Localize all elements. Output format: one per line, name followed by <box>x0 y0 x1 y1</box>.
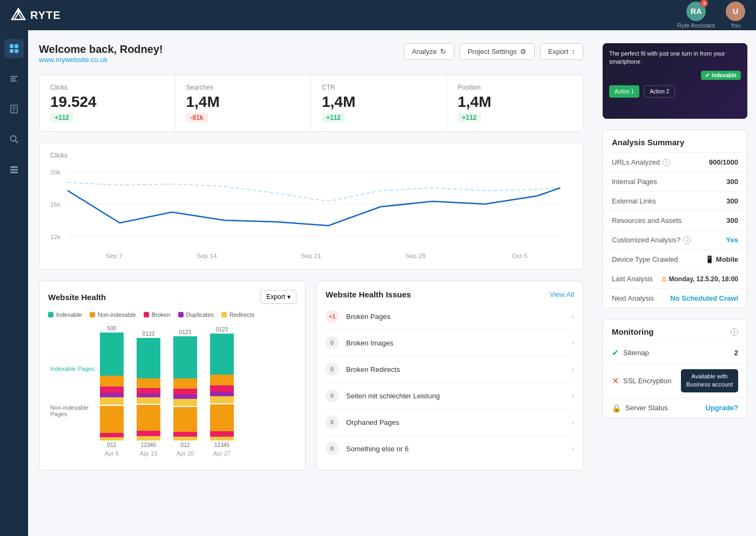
issue-name-orphaned-pages: Orphaned Pages <box>346 418 571 426</box>
monitoring-val-server[interactable]: Upgrade? <box>705 404 738 412</box>
issues-list: +1 Broken Pages › 0 Broken Images › 0 Br… <box>326 303 574 462</box>
sidebar-item-reports[interactable] <box>4 69 24 89</box>
analyze-icon: ↻ <box>440 48 446 56</box>
legend-label-redirects: Redirects <box>230 311 254 318</box>
user-button[interactable]: U You <box>726 2 745 29</box>
promo-overlay: The perfect fit with just one turn in fr… <box>603 43 747 119</box>
legend-label-indexable: Indexable <box>56 311 82 318</box>
chevron-right-icon-2: › <box>571 338 574 347</box>
stat-clicks: Clicks 19.524 +112 <box>39 75 176 131</box>
info-icon-customized[interactable]: i <box>683 236 691 244</box>
sidebar-item-settings[interactable] <box>4 160 24 179</box>
analysis-summary-panel: Analysis Summary URLs Analyzed i 900/100… <box>603 130 747 308</box>
logo-text: RYTE <box>30 9 61 22</box>
analyze-button[interactable]: Analyze ↻ <box>404 43 454 60</box>
analysis-val-external: 300 <box>726 197 738 205</box>
analysis-row-resources: Resources and Assets 300 <box>603 211 747 230</box>
chart-legend: Indexable Non-indexable Broken Duplicate… <box>48 311 296 318</box>
nav-right: RA 3 Ryte Assistant U You <box>677 2 745 29</box>
website-link[interactable]: www.mywebsite.co.uk <box>39 56 107 64</box>
sidebar-item-dashboard[interactable] <box>4 39 24 58</box>
legend-dot-indexable <box>48 312 53 317</box>
monitoring-row-server: 🔒 Server Status Upgrade? <box>603 398 747 418</box>
content-title: Welcome back, Rodney! www.mywebsite.co.u… <box>39 43 163 64</box>
legend-redirects: Redirects <box>221 311 254 318</box>
non-indexable-pages-label: Non-indexablePages <box>50 404 94 417</box>
stat-clicks-delta: +112 <box>50 113 73 123</box>
badge-label: indexable <box>712 72 737 78</box>
view-all-link[interactable]: View All <box>550 290 574 298</box>
website-health-export-button[interactable]: Export ▾ <box>260 290 296 304</box>
svg-text:Sep 21: Sep 21 <box>301 253 321 259</box>
svg-rect-3 <box>15 44 18 48</box>
stat-searches: Searches 1,4M -81k <box>176 75 312 131</box>
stat-position-value: 1,4M <box>458 93 572 111</box>
analysis-row-last: Last Analysis ⚠ Monday, 12.5.20, 18:00 <box>603 269 747 288</box>
welcome-heading: Welcome back, Rodney! <box>39 43 163 56</box>
issue-name-other: Something else nr 6 <box>346 445 571 453</box>
info-icon-urls[interactable]: i <box>663 159 670 166</box>
monitoring-row-ssl: ✕ SSL Encryption Available withBusiness … <box>603 363 747 398</box>
issue-badge-broken-redirects: 0 <box>326 363 339 376</box>
svg-text:12k: 12k <box>50 234 60 240</box>
website-health-header: Website Health Export ▾ <box>48 290 296 304</box>
svg-text:Sep 7: Sep 7 <box>106 253 123 259</box>
promo-btn-2[interactable]: Action 2 <box>644 85 675 98</box>
analysis-row-urls: URLs Analyzed i 900/1000 <box>603 152 747 172</box>
issue-badge-broken-pages: +1 <box>326 310 339 323</box>
indexable-badge: ✔ indexable <box>701 71 741 80</box>
issue-slow-pages[interactable]: 0 Seiten mit schlechter Leistung › <box>326 383 574 409</box>
export-button[interactable]: Export ↑ <box>540 43 583 60</box>
stat-position: Position 1,4M +112 <box>447 75 583 131</box>
promo-btn-1[interactable]: Action 1 <box>609 85 639 98</box>
analysis-val-internal: 300 <box>726 178 738 186</box>
monitoring-key-server: 🔒 Server Status <box>612 404 668 412</box>
legend-label-broken: Broken <box>152 311 171 318</box>
issue-name-broken-images: Broken Images <box>346 339 571 347</box>
svg-rect-4 <box>10 49 14 53</box>
health-issues-header: Website Health Issues View All <box>326 290 574 299</box>
promo-text: The perfect fit with just one turn in fr… <box>609 50 741 66</box>
issue-other[interactable]: 0 Something else nr 6 › <box>326 436 574 462</box>
issue-badge-orphaned-pages: 0 <box>326 416 339 429</box>
issue-broken-images[interactable]: 0 Broken Images › <box>326 330 574 356</box>
legend-dot-duplicates <box>178 312 184 317</box>
svg-rect-6 <box>10 76 18 77</box>
issue-broken-pages[interactable]: +1 Broken Pages › <box>326 303 574 330</box>
user-label: You <box>731 22 741 29</box>
svg-line-14 <box>16 141 18 144</box>
sidebar-item-search[interactable] <box>4 130 24 149</box>
stat-ctr-label: CTR <box>322 84 436 91</box>
stats-row: Clicks 19.524 +112 Searches 1,4M -81k CT… <box>39 74 583 132</box>
analysis-row-internal: Internal Pages 300 <box>603 172 747 191</box>
clicks-chart: Clicks 20k 16k 12k Sep 7 <box>39 143 583 270</box>
info-icon-monitoring[interactable]: i <box>731 328 738 336</box>
svg-marker-0 <box>12 9 25 19</box>
issue-name-broken-pages: Broken Pages <box>346 313 571 321</box>
legend-dot-non-indexable <box>90 312 95 317</box>
issue-badge-broken-images: 0 <box>326 336 339 349</box>
website-health-panel: Website Health Export ▾ Indexable Non-in… <box>39 281 306 471</box>
svg-text:Sep 14: Sep 14 <box>197 253 217 259</box>
monitoring-title: Monitoring i <box>603 320 747 342</box>
indexable-pages-label: Indexable Pages <box>50 365 94 372</box>
issue-broken-redirects[interactable]: 0 Broken Redirects › <box>326 356 574 383</box>
issue-orphaned-pages[interactable]: 0 Orphaned Pages › <box>326 409 574 436</box>
top-nav: RYTE RA 3 Ryte Assistant U You <box>0 0 756 30</box>
check-icon: ✔ <box>705 72 710 78</box>
analysis-val-resources: 300 <box>726 216 738 225</box>
svg-text:Sep 28: Sep 28 <box>405 253 425 259</box>
project-settings-button[interactable]: Project Settings ⚙ <box>460 43 535 60</box>
chevron-right-icon-3: › <box>571 365 574 374</box>
sidebar-item-pages[interactable] <box>4 99 24 119</box>
mobile-icon: 📱 <box>705 255 714 263</box>
export-dropdown-label: Export <box>266 293 285 301</box>
legend-label-duplicates: Duplicates <box>186 311 214 318</box>
ryte-assistant-button[interactable]: RA 3 Ryte Assistant <box>677 2 715 29</box>
issue-name-broken-redirects: Broken Redirects <box>346 365 571 374</box>
analysis-val-urls: 900/1000 <box>709 158 738 166</box>
chart-label: Clicks <box>50 152 572 159</box>
legend-non-indexable: Non-indexable <box>90 311 136 318</box>
legend-broken: Broken <box>144 311 171 318</box>
error-icon: ✕ <box>612 376 619 386</box>
